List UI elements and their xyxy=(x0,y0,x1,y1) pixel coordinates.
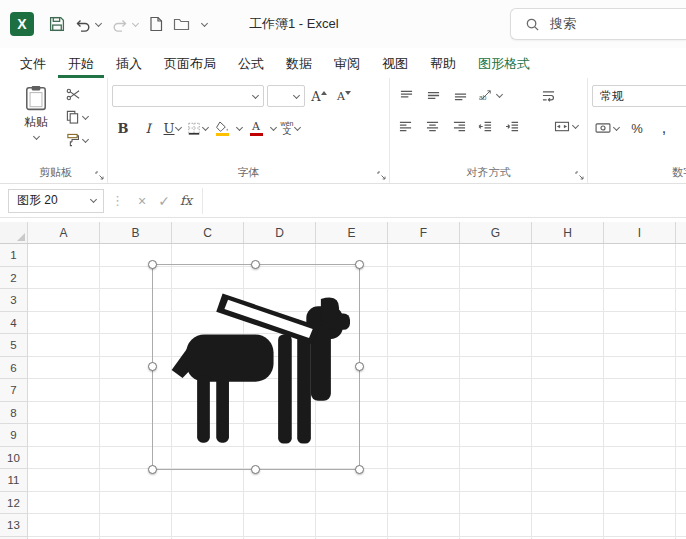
phonetic-chevron-icon[interactable] xyxy=(294,123,301,130)
column-header-H[interactable]: H xyxy=(532,222,604,243)
selected-shape[interactable] xyxy=(152,264,360,470)
cancel-button[interactable]: × xyxy=(131,193,153,209)
cell-clipped[interactable] xyxy=(676,447,686,470)
column-header-B[interactable]: B xyxy=(100,222,172,243)
fill-color-button[interactable] xyxy=(212,118,232,138)
cell-F1[interactable] xyxy=(388,244,460,267)
cell-F11[interactable] xyxy=(388,469,460,492)
cell-A7[interactable] xyxy=(28,379,100,402)
row-header-3[interactable]: 3 xyxy=(0,289,28,312)
cell-H5[interactable] xyxy=(532,334,604,357)
shape-handle-middle-left[interactable] xyxy=(148,362,157,371)
cell-clipped[interactable] xyxy=(676,334,686,357)
paste-dropdown-chevron-icon[interactable] xyxy=(33,133,40,140)
decrease-font-size-button[interactable]: A xyxy=(333,86,355,106)
paste-button[interactable]: 粘贴 xyxy=(14,85,58,147)
align-middle-button[interactable] xyxy=(421,85,445,105)
column-header-I[interactable]: I xyxy=(604,222,676,243)
alignment-dialog-launcher[interactable] xyxy=(575,171,584,180)
cell-H8[interactable] xyxy=(532,402,604,425)
cell-A2[interactable] xyxy=(28,267,100,290)
italic-button[interactable]: I xyxy=(137,118,159,138)
clipboard-dialog-launcher[interactable] xyxy=(95,171,104,180)
formula-bar-splitter-icon[interactable]: ⋮ xyxy=(111,193,124,208)
cell-A1[interactable] xyxy=(28,244,100,267)
tab-view[interactable]: 视图 xyxy=(372,48,418,78)
cell-C11[interactable] xyxy=(172,469,244,492)
increase-indent-button[interactable] xyxy=(501,116,525,136)
format-painter-chevron-icon[interactable] xyxy=(82,135,89,142)
cell-H10[interactable] xyxy=(532,447,604,470)
formula-input[interactable] xyxy=(202,188,686,214)
cell-H7[interactable] xyxy=(532,379,604,402)
row-header-1[interactable]: 1 xyxy=(0,244,28,267)
cell-C12[interactable] xyxy=(172,492,244,515)
font-size-chevron-icon[interactable] xyxy=(293,91,300,98)
undo-dropdown-chevron-icon[interactable] xyxy=(95,19,102,26)
shape-handle-bottom-left[interactable] xyxy=(148,465,157,474)
cell-G2[interactable] xyxy=(460,267,532,290)
tab-page-layout[interactable]: 页面布局 xyxy=(154,48,226,78)
cell-A13[interactable] xyxy=(28,514,100,537)
cell-H6[interactable] xyxy=(532,357,604,380)
cell-clipped[interactable] xyxy=(676,289,686,312)
tab-graphics-format[interactable]: 图形格式 xyxy=(468,48,540,78)
bold-button[interactable]: B xyxy=(112,118,134,138)
cell-I1[interactable] xyxy=(604,244,676,267)
cell-I7[interactable] xyxy=(604,379,676,402)
cell-G10[interactable] xyxy=(460,447,532,470)
column-header-E[interactable]: E xyxy=(316,222,388,243)
cell-F4[interactable] xyxy=(388,312,460,335)
shape-handle-top-left[interactable] xyxy=(148,260,157,269)
cell-I11[interactable] xyxy=(604,469,676,492)
tab-formulas[interactable]: 公式 xyxy=(228,48,274,78)
cell-C13[interactable] xyxy=(172,514,244,537)
column-header-clipped[interactable] xyxy=(676,222,686,243)
copy-button[interactable] xyxy=(66,110,89,124)
merge-center-button[interactable] xyxy=(549,116,583,136)
align-bottom-button[interactable] xyxy=(448,85,472,105)
cell-A5[interactable] xyxy=(28,334,100,357)
row-header-10[interactable]: 10 xyxy=(0,447,28,470)
cell-A3[interactable] xyxy=(28,289,100,312)
cell-A6[interactable] xyxy=(28,357,100,380)
cell-clipped[interactable] xyxy=(676,514,686,537)
name-box[interactable]: 图形 20 xyxy=(8,189,104,213)
cell-F13[interactable] xyxy=(388,514,460,537)
cell-H9[interactable] xyxy=(532,424,604,447)
cell-F3[interactable] xyxy=(388,289,460,312)
font-size-combobox[interactable] xyxy=(267,85,305,107)
cell-F12[interactable] xyxy=(388,492,460,515)
cell-B13[interactable] xyxy=(100,514,172,537)
cell-H1[interactable] xyxy=(532,244,604,267)
cell-G13[interactable] xyxy=(460,514,532,537)
borders-chevron-icon[interactable] xyxy=(202,123,209,130)
fill-color-chevron-icon[interactable] xyxy=(236,123,243,130)
column-header-G[interactable]: G xyxy=(460,222,532,243)
column-header-A[interactable]: A xyxy=(28,222,100,243)
cell-G6[interactable] xyxy=(460,357,532,380)
cell-I3[interactable] xyxy=(604,289,676,312)
cell-H11[interactable] xyxy=(532,469,604,492)
cell-clipped[interactable] xyxy=(676,469,686,492)
cell-F5[interactable] xyxy=(388,334,460,357)
cell-clipped[interactable] xyxy=(676,379,686,402)
row-header-5[interactable]: 5 xyxy=(0,334,28,357)
row-header-7[interactable]: 7 xyxy=(0,379,28,402)
search-box[interactable]: 搜索 xyxy=(510,8,686,40)
open-file-button[interactable] xyxy=(168,13,195,35)
insert-function-button[interactable]: fx xyxy=(175,193,197,208)
cell-H13[interactable] xyxy=(532,514,604,537)
cell-G9[interactable] xyxy=(460,424,532,447)
cell-G11[interactable] xyxy=(460,469,532,492)
column-header-C[interactable]: C xyxy=(172,222,244,243)
tab-file[interactable]: 文件 xyxy=(10,48,56,78)
cell-I9[interactable] xyxy=(604,424,676,447)
cell-H12[interactable] xyxy=(532,492,604,515)
merge-center-chevron-icon[interactable] xyxy=(572,121,579,128)
cell-I4[interactable] xyxy=(604,312,676,335)
cell-A8[interactable] xyxy=(28,402,100,425)
cell-I2[interactable] xyxy=(604,267,676,290)
orientation-chevron-icon[interactable] xyxy=(496,90,503,97)
wrap-text-button[interactable] xyxy=(536,85,560,105)
